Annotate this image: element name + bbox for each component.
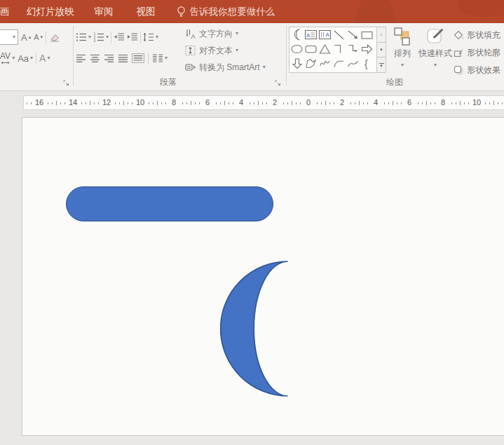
increase-indent-button[interactable] [127, 32, 138, 42]
quick-styles-icon [426, 27, 444, 46]
columns-button[interactable]: ▾ [152, 53, 168, 63]
shape-elbow-arrow-connector-icon[interactable] [346, 41, 360, 56]
gallery-more-button[interactable]: ▼ [376, 57, 386, 73]
shape-line-icon[interactable] [332, 27, 346, 42]
shape-elbow-connector-icon[interactable] [332, 41, 346, 56]
shape-outline-button[interactable]: 形状轮廓 [454, 44, 504, 62]
align-left-button[interactable] [76, 54, 86, 63]
convert-smartart-button[interactable]: 转换为 SmartArt ▾ [185, 59, 287, 76]
ruler-tick [119, 102, 120, 104]
ruler-tick [334, 102, 334, 104]
ruler-tick [317, 102, 318, 104]
ruler-tick [216, 102, 217, 104]
ruler-tick [493, 101, 494, 105]
gallery-scroll-up-button[interactable]: ▲ [376, 27, 386, 43]
justify-button[interactable] [118, 54, 128, 63]
slide[interactable] [22, 117, 504, 436]
align-text-icon [185, 45, 196, 56]
ruler-tick [199, 102, 200, 104]
shape-text-box-icon[interactable]: A [304, 27, 318, 42]
ruler-tick [426, 101, 427, 105]
ruler-tick [456, 102, 456, 104]
ruler-tick [258, 101, 259, 105]
ruler-tick [182, 102, 183, 104]
text-direction-button[interactable]: A 文字方向 ▾ [185, 25, 287, 42]
paragraph-dialog-launcher[interactable] [275, 80, 282, 87]
tab-view[interactable]: 视图 [137, 6, 156, 18]
text-direction-icon: A [185, 28, 196, 39]
slide-shape-moon[interactable] [220, 260, 289, 397]
shape-triangle-icon[interactable] [318, 41, 332, 56]
ruler-tick [422, 102, 423, 104]
shape-arrow-icon[interactable] [346, 27, 360, 42]
gallery-scroll-down-button[interactable]: ▼ [376, 43, 386, 58]
chevron-down-icon: ▾ [47, 55, 50, 61]
divider [46, 32, 46, 43]
ruler-tick [233, 102, 233, 104]
ruler-tick [502, 102, 503, 104]
font-dialog-launcher[interactable] [63, 80, 70, 87]
svg-text:{: { [365, 58, 368, 69]
ruler-number: 12 [102, 98, 111, 107]
ruler-tick [161, 102, 162, 104]
align-left-icon [76, 54, 86, 63]
group-divider [73, 26, 74, 86]
shrink-font-button[interactable]: A▾ [34, 33, 43, 42]
tab-animation-partial[interactable]: 画 [0, 6, 10, 18]
align-text-button[interactable]: 对齐文本 ▾ [185, 42, 287, 59]
ruler-tick [350, 102, 351, 104]
shape-left-brace-icon[interactable]: { [360, 56, 374, 71]
shape-scribble-icon[interactable] [318, 56, 332, 71]
font-size-combobox[interactable]: ▾ [0, 29, 18, 45]
editing-canvas [0, 114, 504, 445]
increase-indent-icon [127, 32, 138, 42]
font-color-button[interactable]: A ▾ [39, 54, 50, 63]
shape-rectangle-icon[interactable] [360, 27, 374, 42]
decrease-indent-icon [114, 32, 125, 42]
ruler-number: 8 [438, 98, 448, 107]
ruler-tick [468, 102, 469, 104]
shape-rounded-rectangle-icon[interactable] [304, 41, 318, 56]
ruler-tick [363, 102, 364, 104]
ribbon: ▾ A▴ A▾ AV [0, 23, 504, 91]
ruler-tick [56, 101, 57, 105]
distribute-text-button[interactable] [132, 53, 144, 63]
quick-styles-button[interactable]: 快速样式 ▾ [416, 27, 454, 68]
ruler-tick [464, 102, 465, 104]
align-center-button[interactable] [90, 54, 100, 63]
ruler-tick [435, 102, 435, 104]
character-spacing-button[interactable]: AV ▾ [0, 52, 15, 64]
clear-formatting-button[interactable] [49, 32, 60, 42]
title-bar: 画 幻灯片放映 审阅 视图 告诉我你想要做什么 [0, 0, 504, 23]
svg-text:3: 3 [94, 39, 96, 42]
shape-curve-icon[interactable] [346, 56, 360, 71]
shape-right-arrow-icon[interactable] [360, 41, 374, 56]
ruler-tick [191, 101, 191, 105]
ruler-tick [418, 102, 418, 104]
shape-oval-icon[interactable] [290, 41, 304, 56]
tab-slideshow[interactable]: 幻灯片放映 [27, 6, 74, 18]
align-right-icon [104, 54, 114, 63]
shape-arc-icon[interactable] [332, 56, 346, 71]
shape-freeform-icon[interactable] [304, 56, 318, 71]
ruler-tick [94, 102, 95, 104]
arrange-icon [393, 27, 411, 46]
shape-down-arrow-icon[interactable] [290, 56, 304, 71]
tell-me-box[interactable]: 告诉我你想要做什么 [177, 6, 275, 18]
arrange-button[interactable]: 排列 ▾ [390, 27, 415, 68]
change-case-button[interactable]: Aa ▾ [18, 54, 33, 63]
ruler-number: 4 [236, 98, 246, 107]
shape-vertical-text-box-icon[interactable]: A [318, 27, 332, 42]
grow-font-button[interactable]: A▴ [21, 33, 31, 42]
slide-shape-rounded-rectangle[interactable] [66, 186, 273, 221]
line-spacing-button[interactable]: ▾ [143, 32, 158, 42]
ruler-tick [266, 102, 267, 104]
bullets-button[interactable]: ▾ [76, 32, 91, 42]
shape-moon-icon[interactable] [290, 27, 304, 42]
shape-fill-button[interactable]: 形状填充 [454, 27, 504, 44]
numbering-button[interactable]: 1 2 3 ▾ [93, 32, 109, 42]
decrease-indent-button[interactable] [114, 32, 125, 42]
ruler-tick [287, 102, 288, 104]
align-right-button[interactable] [104, 54, 114, 63]
tab-review[interactable]: 审阅 [95, 6, 114, 18]
